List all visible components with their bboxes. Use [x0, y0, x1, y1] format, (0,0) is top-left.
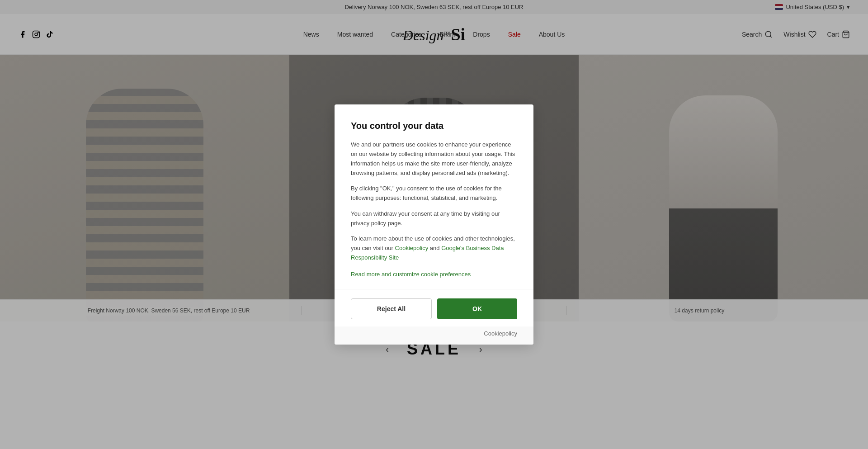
modal-para3: You can withdraw your consent at any tim… — [351, 209, 517, 228]
modal-buttons: Reject All OK — [335, 289, 533, 326]
modal-body: You control your data We and our partner… — [335, 104, 533, 289]
read-more-link[interactable]: Read more and customize cookie preferenc… — [351, 271, 471, 278]
modal-para4: To learn more about the use of cookies a… — [351, 234, 517, 262]
modal-title: You control your data — [351, 121, 517, 131]
reject-all-button[interactable]: Reject All — [351, 298, 432, 319]
footer-cookiepolicy-link[interactable]: Cookiepolicy — [484, 330, 517, 337]
modal-para1: We and our partners use cookies to enhan… — [351, 140, 517, 178]
modal-footer: Cookiepolicy — [335, 326, 533, 345]
cookie-modal-overlay: You control your data We and our partner… — [0, 0, 868, 449]
modal-para2: By clicking "OK," you consent to the use… — [351, 184, 517, 203]
ok-button[interactable]: OK — [437, 298, 517, 319]
cookie-modal: You control your data We and our partner… — [335, 104, 533, 345]
